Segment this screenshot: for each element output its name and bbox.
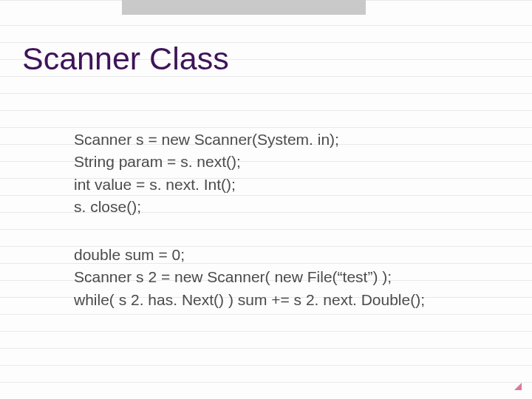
code-line: double sum = 0; — [74, 244, 480, 266]
code-line: Scanner s 2 = new Scanner( new File(“tes… — [74, 266, 480, 288]
code-block-2: double sum = 0; Scanner s 2 = new Scanne… — [74, 244, 480, 311]
code-line: int value = s. next. Int(); — [74, 174, 480, 196]
corner-accent-icon — [510, 378, 522, 390]
slide-content: Scanner Class Scanner s = new Scanner(Sy… — [0, 0, 532, 399]
code-block-1: Scanner s = new Scanner(System. in); Str… — [74, 129, 480, 219]
code-line: String param = s. next(); — [74, 151, 480, 173]
code-line: Scanner s = new Scanner(System. in); — [74, 129, 480, 151]
code-line: s. close(); — [74, 196, 480, 218]
code-line: while( s 2. has. Next() ) sum += s 2. ne… — [74, 289, 480, 311]
spacer — [22, 219, 510, 244]
slide-title: Scanner Class — [22, 41, 510, 77]
